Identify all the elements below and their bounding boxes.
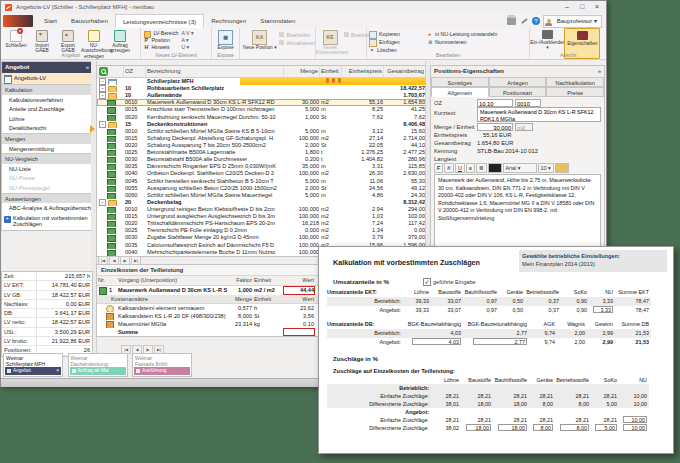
lv-table-row[interactable]: 0015Schalung Deckenpl. Abstellung GF-Sch… bbox=[97, 135, 426, 142]
title-bar[interactable]: Angebots-LV [Schiller - Schillerplatz MF… bbox=[1, 1, 606, 14]
sidebar-item-13[interactable]: ABC-Analyse & Auftragsübersicht bbox=[2, 203, 92, 213]
column-header-menge[interactable]: Menge bbox=[284, 66, 320, 77]
lv-table-row[interactable]: 0020Schalung Aussparung T bis 20cm 500-2… bbox=[97, 142, 426, 149]
project-card-2[interactable]: WeimarDacheindeckungAuftrag ab Mai bbox=[68, 353, 128, 377]
dialog-cell[interactable]: 8,00 bbox=[555, 424, 591, 432]
dialog-cell[interactable]: 4,03 bbox=[403, 338, 463, 347]
oz-input-1[interactable]: 10.10 bbox=[477, 99, 513, 107]
checkbox-icon[interactable]: ✓ bbox=[423, 278, 431, 286]
italic-button[interactable]: K bbox=[444, 163, 454, 173]
dialog-input[interactable]: 18,00 bbox=[498, 424, 527, 431]
project-card-1[interactable]: WeimarSchillerplatz MFHAngebot× bbox=[3, 353, 63, 377]
numbered-list-icon[interactable]: ≣ bbox=[476, 163, 487, 173]
neue-position-button[interactable]: KA Neue Position ▾ bbox=[240, 28, 279, 59]
sidebar-item-angebots-lv[interactable]: Angebots-LV bbox=[2, 73, 92, 84]
tab-sonstiges[interactable]: Sonstiges bbox=[431, 77, 489, 87]
lv-table-row[interactable]: -15Deckenkonstruktionen8.406,48 bbox=[97, 121, 426, 128]
column-header-einheit[interactable]: Einheit bbox=[320, 66, 342, 77]
dialog-cell[interactable]: 3,33 bbox=[589, 306, 615, 315]
ribbon-tab-4[interactable]: Rechnungen bbox=[204, 14, 253, 28]
dialog-input[interactable]: 10,00 bbox=[623, 416, 647, 423]
expose-button[interactable]: ▦ Exposé bbox=[212, 30, 239, 50]
lv-table-row[interactable]: 0010Untergrund reinigen Beton Klebstoffr… bbox=[97, 206, 426, 213]
format-tool-icon-2[interactable]: A ▾ bbox=[181, 37, 193, 44]
lv-table-row[interactable]: 0060Schlitz schließen Mörtel MGIIa Stein… bbox=[97, 192, 426, 199]
ribbon-tab-3[interactable]: Leistungsverzeichnisse (3) bbox=[115, 14, 204, 28]
splitter-arrow-icon[interactable] bbox=[90, 125, 95, 133]
kurztext-input[interactable]: Mauerwerk Außenwand D 30cm KS L-R SFK12 … bbox=[477, 107, 601, 122]
help-icon[interactable]: ? bbox=[532, 17, 540, 25]
lv-table-row[interactable]: 0020Trittschalldämmschicht PS-Hartschaum… bbox=[97, 220, 426, 227]
font-color-icon[interactable] bbox=[488, 163, 502, 173]
project-card-3[interactable]: WeimarFassade BrühlAusführung bbox=[132, 353, 192, 377]
tree-expand-icon[interactable]: - bbox=[99, 199, 106, 206]
ribbon-einfügen-button[interactable]: Einfügen bbox=[369, 38, 425, 46]
tab-anlagen[interactable]: Anlagen bbox=[489, 77, 547, 87]
ribbon-tab-1[interactable]: Start bbox=[37, 14, 64, 28]
format-tool-icon-1[interactable]: A V ▾ bbox=[181, 30, 193, 37]
lv-table-row[interactable]: 0025Trennschicht PE-Folie einlagig D 0,2… bbox=[97, 227, 426, 234]
format-tool-icon-3[interactable]: U ▾ bbox=[181, 44, 193, 51]
ribbon-kopieren-button[interactable]: Kopieren bbox=[369, 30, 425, 38]
lv-table-row[interactable]: 0030Betonstabstahl B500A alle Durchmesse… bbox=[97, 156, 426, 163]
project-status-badge[interactable]: Auftrag ab Mai bbox=[70, 367, 126, 375]
user-menu[interactable]: Bauprofessor ▾ bbox=[543, 15, 602, 28]
settings-wrench-icon[interactable] bbox=[520, 17, 528, 25]
tab-preise[interactable]: Preise bbox=[546, 87, 604, 97]
sidebar-item-3[interactable]: Anteile und Zuschläge bbox=[2, 104, 92, 114]
ribbon-button[interactable]: ≣Nummerieren bbox=[427, 38, 497, 46]
tab-nachkalkulation[interactable]: Nachkalkulation bbox=[546, 77, 604, 87]
column-header-bezeichnung[interactable]: Bezeichnung bbox=[146, 66, 284, 77]
project-status-badge[interactable]: Ausführung bbox=[134, 367, 190, 375]
lv-table-row[interactable]: 0010Schlitz schließen Mörtel MGIIa Stein… bbox=[97, 128, 426, 135]
project-status-badge[interactable]: Angebot× bbox=[5, 367, 61, 375]
format-paint-icon[interactable] bbox=[555, 163, 569, 173]
close-icon[interactable]: × bbox=[56, 367, 59, 375]
tree-expand-icon[interactable]: - bbox=[99, 78, 106, 85]
lv-table-row[interactable]: 0040Ortbeton Deckenpl. Stahlbeton C20/25… bbox=[97, 170, 426, 177]
ribbon-tab-2[interactable]: Bauvorhaben bbox=[64, 14, 115, 28]
lv-table-row[interactable]: -10Rohbauarbeiten Schillerplatz18.422,57 bbox=[97, 85, 426, 92]
dialog-cell[interactable]: 8,00 bbox=[529, 424, 555, 432]
bold-button[interactable]: F bbox=[434, 163, 443, 173]
font-select[interactable]: Arial ▾ bbox=[503, 163, 537, 173]
sidebar-header[interactable]: Angebot« bbox=[2, 62, 92, 73]
search-icon[interactable] bbox=[99, 67, 108, 76]
collapse-icon[interactable]: « bbox=[86, 62, 89, 73]
lv-table-row[interactable]: 0045Schlitz herstellen senkrecht Stahlbe… bbox=[97, 178, 426, 185]
dialog-cell[interactable]: 18,00 bbox=[461, 424, 493, 432]
lv-table-row[interactable]: -20Deckenbelag8.312,42 bbox=[97, 199, 426, 206]
ribbon-tab-5[interactable]: Stammdaten bbox=[253, 14, 302, 28]
dialog-cell[interactable]: 2,77 bbox=[463, 338, 529, 347]
tree-expand-icon[interactable]: - bbox=[99, 121, 106, 128]
minimize-button[interactable]: – bbox=[560, 1, 574, 13]
sidebar-item-kalkulation-zuschlaege[interactable]: Kalkulation mit vorbestimmten Zuschlägen bbox=[2, 213, 92, 230]
tree-expand-icon[interactable]: - bbox=[99, 92, 106, 99]
tree-expand-icon[interactable]: - bbox=[99, 85, 106, 92]
lv-table-row[interactable]: 0055Aussparung schließen Beton C20/25 10… bbox=[97, 185, 426, 192]
dialog-input[interactable]: 4,03 bbox=[412, 338, 461, 345]
dialog-input[interactable]: 2,77 bbox=[473, 338, 527, 345]
dialog-input[interactable]: 8,00 bbox=[533, 424, 553, 431]
lv-table-row[interactable]: 0020Kernbohrung senkrecht Mauerziegel Du… bbox=[97, 114, 426, 121]
sidebar-item-4[interactable]: Löhne bbox=[2, 114, 92, 124]
file-menu-button[interactable] bbox=[3, 15, 33, 27]
lv-table-row[interactable]: 0015Untergrund ausgleichen Ausgleichsest… bbox=[97, 213, 426, 220]
tab-allgemein[interactable]: Allgemein bbox=[431, 87, 489, 97]
ribbon-lv-item-2[interactable]: PPosition bbox=[144, 37, 178, 44]
maximize-button[interactable]: □ bbox=[575, 1, 589, 13]
lv-table-row[interactable]: 0035Dämmschicht Ringanker EPS D 25mm 0,0… bbox=[97, 163, 426, 170]
oz-input-2[interactable]: 0010 bbox=[515, 99, 541, 107]
gefuehrte-eingabe-checkbox[interactable]: ✓geführte Eingabe bbox=[423, 278, 476, 286]
dialog-input[interactable]: 10,00 bbox=[623, 424, 647, 431]
column-header-einheitspreis[interactable]: Einheitspreis bbox=[342, 66, 384, 77]
dialog-cell[interactable]: 18,00 bbox=[493, 424, 529, 432]
dialog-input[interactable]: 18,00 bbox=[466, 424, 492, 431]
ribbon-lv-item-1[interactable]: LV-Bereich bbox=[144, 30, 178, 37]
lv-table-row[interactable]: -10Außenwände1.703,67 bbox=[97, 92, 426, 99]
ribbon-lv-item-3[interactable]: HHinweis bbox=[144, 44, 178, 51]
collapse-icon[interactable]: » bbox=[598, 66, 601, 77]
sidebar-item-9[interactable]: NU-Liste bbox=[2, 164, 92, 174]
sidebar-item-5[interactable]: Detailübersicht bbox=[2, 123, 92, 133]
bullet-list-icon[interactable]: ≡ bbox=[466, 163, 475, 173]
